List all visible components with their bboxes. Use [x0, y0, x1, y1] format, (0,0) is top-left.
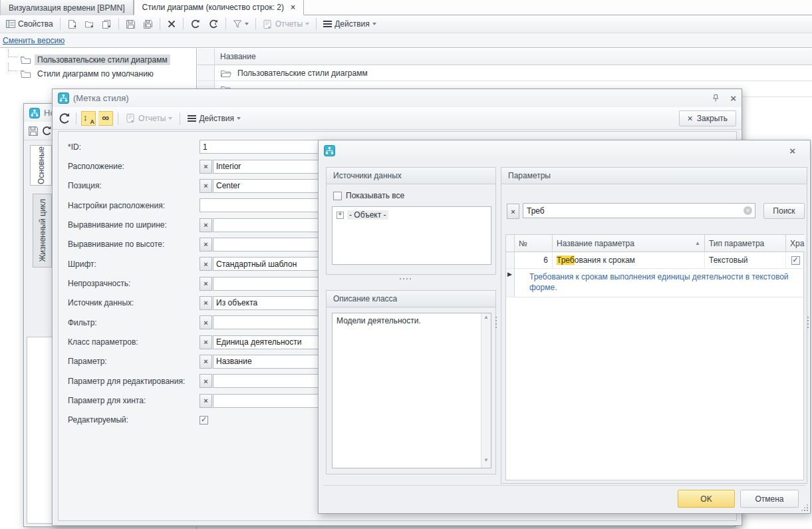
save-icon[interactable]	[28, 126, 39, 136]
expand-icon[interactable]	[337, 212, 344, 219]
link-toggle[interactable]	[98, 111, 113, 126]
tree-item-object[interactable]: - Объект -	[333, 207, 491, 220]
change-version-link[interactable]: Сменить версию	[3, 36, 65, 45]
actions-button[interactable]: Действия	[321, 18, 379, 30]
menu-icon	[323, 19, 332, 29]
divider	[255, 18, 256, 30]
parameter-description-row[interactable]: Требования к срокам выполнения единицы д…	[506, 269, 803, 297]
panel-header: Описание класса	[327, 291, 495, 307]
refresh-icon[interactable]	[41, 125, 53, 136]
copy-item-button[interactable]	[99, 18, 114, 31]
clear-field-button[interactable]	[200, 335, 212, 349]
save-button[interactable]	[123, 18, 138, 31]
field-label: Расположение:	[68, 162, 200, 171]
clear-field-button[interactable]	[200, 160, 212, 174]
parameter-description-text: Требования к срокам выполнения единицы д…	[515, 269, 794, 297]
clear-field-button[interactable]	[200, 394, 212, 408]
search-button[interactable]: Поиск	[763, 203, 805, 219]
clear-field-button[interactable]	[200, 218, 212, 232]
dialog-titlebar[interactable]	[319, 140, 810, 160]
undo-button[interactable]	[188, 17, 203, 31]
tree-item-default-styles[interactable]: Стили диаграмм по умолчанию	[4, 67, 196, 81]
tree-item-user-styles[interactable]: Пользовательские стили диаграмм	[4, 53, 196, 67]
cell-stored	[786, 252, 805, 269]
properties-button[interactable]: Свойства	[3, 18, 56, 30]
editor-tab-main[interactable]: Основные	[30, 145, 52, 186]
redo-button[interactable]	[205, 17, 221, 31]
parameter-search-input[interactable]	[523, 203, 755, 218]
editable-checkbox[interactable]	[200, 416, 208, 425]
tab-diagram-styles[interactable]: Стили диаграмм (количество строк: 2)	[134, 0, 304, 15]
close-dialog-button[interactable]: Закрыть	[679, 110, 736, 126]
delete-icon	[167, 19, 176, 29]
reports-button[interactable]: Отчеты	[260, 18, 312, 31]
splitter-grip[interactable]	[495, 317, 497, 328]
clear-field-button[interactable]	[200, 296, 212, 310]
field-label: Выравнивание по высоте:	[68, 240, 200, 249]
show-all-row: Показывать все	[333, 191, 404, 200]
new-child-button[interactable]	[82, 18, 97, 31]
grid-row-selector[interactable]	[198, 65, 215, 81]
clear-field-button[interactable]	[200, 374, 212, 388]
search-clear-icon[interactable]	[744, 206, 752, 215]
divider	[183, 18, 184, 30]
dialog-titlebar[interactable]: (Метка стиля)	[53, 89, 742, 107]
tab-close-icon[interactable]	[291, 3, 295, 11]
editor-tab-lifecycle[interactable]: Жизненный цикл	[33, 194, 52, 267]
scrollbar[interactable]	[481, 313, 491, 468]
splitter-grip[interactable]	[807, 317, 809, 328]
divider	[180, 112, 180, 124]
clear-field-button[interactable]	[200, 257, 212, 271]
search-match-highlight: Треб	[557, 256, 575, 265]
column-param-name[interactable]: Название параметра	[553, 235, 705, 252]
tab-time-visualization[interactable]: Визуализация времени [BPMN]	[0, 0, 134, 15]
close-icon[interactable]	[730, 93, 736, 103]
clear-field-button[interactable]	[200, 238, 212, 252]
new-item-button[interactable]	[65, 18, 80, 31]
stored-checkbox[interactable]	[791, 256, 800, 265]
field-label: Редактируемый:	[68, 415, 200, 425]
refresh-icon[interactable]	[58, 112, 71, 125]
button-separator	[323, 485, 805, 486]
clear-field-button[interactable]	[200, 355, 212, 369]
version-row: Сменить версию	[0, 33, 812, 48]
scroll-up-icon[interactable]	[481, 314, 491, 324]
splitter-grip[interactable]	[400, 278, 411, 279]
reports-icon	[263, 19, 273, 29]
app-icon	[324, 145, 335, 156]
column-stored[interactable]: Хра	[786, 235, 805, 252]
cell-number: 6	[515, 252, 553, 269]
save-icon	[126, 19, 136, 29]
clear-field-button[interactable]	[200, 277, 212, 291]
table-row[interactable]: 6 Требования к срокам Текстовый	[506, 252, 803, 269]
field-label: Параметр для редактирования:	[68, 377, 200, 386]
grid-row[interactable]: Пользовательские стили диаграмм	[198, 65, 812, 81]
close-icon[interactable]	[789, 146, 795, 156]
save-all-button[interactable]	[140, 18, 156, 31]
close-icon	[688, 113, 693, 124]
scroll-down-icon[interactable]	[481, 457, 491, 467]
actions-button[interactable]: Действия	[185, 112, 243, 124]
column-number[interactable]: №	[515, 235, 553, 252]
reports-button[interactable]: Отчеты	[123, 112, 175, 124]
grid-column-name[interactable]: Название	[215, 49, 256, 65]
clear-field-button[interactable]	[200, 315, 212, 329]
pin-icon[interactable]	[712, 94, 720, 102]
folder-icon	[20, 55, 31, 65]
grid-selector-header	[198, 49, 215, 65]
text-fit-toggle[interactable]	[81, 111, 96, 126]
filter-button[interactable]	[230, 18, 251, 30]
field-label: Источник данных:	[68, 298, 200, 307]
row-selector-cell[interactable]	[506, 269, 515, 297]
column-param-type[interactable]: Тип параметра	[705, 235, 786, 252]
row-selector-cell[interactable]	[506, 252, 515, 269]
clear-search-button[interactable]	[507, 204, 519, 219]
ok-button[interactable]: OK	[678, 490, 735, 508]
delete-button[interactable]	[164, 18, 179, 30]
show-all-label: Показывать все	[346, 191, 404, 200]
resize-grip[interactable]	[801, 504, 808, 511]
clear-field-button[interactable]	[200, 179, 212, 193]
reports-icon	[126, 113, 136, 123]
show-all-checkbox[interactable]	[333, 192, 342, 200]
cancel-button[interactable]: Отмена	[740, 490, 799, 508]
